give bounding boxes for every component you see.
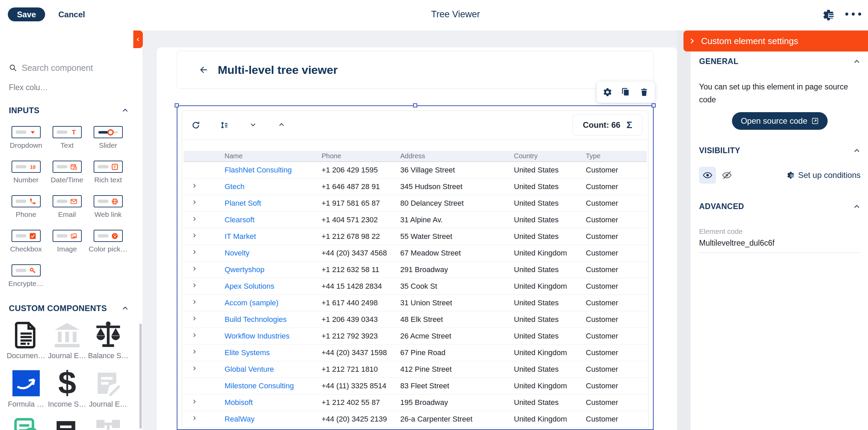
table-row[interactable]: Apex Solutions +44 15 1428 2834 35 Cook …	[184, 278, 647, 295]
record-name-link[interactable]: Global Venture	[218, 365, 315, 374]
component-tile[interactable]: Color pick…	[88, 225, 129, 260]
component-tile[interactable]: Statemen…	[5, 416, 46, 430]
element-settings-button[interactable]	[603, 87, 612, 97]
component-tile[interactable]: Balance S…	[88, 319, 129, 368]
component-tile[interactable]: Documen…	[5, 319, 46, 368]
record-name-link[interactable]: Gtech	[218, 182, 315, 191]
collapse-all-button[interactable]	[248, 121, 257, 130]
open-source-code-button[interactable]: Open source code	[732, 112, 828, 130]
component-tile[interactable]: 10 Number	[5, 156, 46, 190]
sidebar-collapse-tab[interactable]	[133, 30, 143, 48]
table-row[interactable]: Workflow Industries +1 212 792 3923 26 A…	[184, 328, 647, 345]
tree-viewer-component[interactable]: Count: 66 Σ Name Phone Address Country T…	[182, 110, 649, 430]
expand-row-icon[interactable]	[192, 315, 197, 322]
component-tile[interactable]: Journal E…	[88, 368, 129, 416]
search-input[interactable]	[22, 63, 123, 73]
hidden-toggle[interactable]	[716, 167, 733, 184]
table-row[interactable]: FlashNet Consulting +1 206 429 1595 36 V…	[184, 162, 647, 179]
column-header[interactable]: Type	[579, 152, 647, 160]
selection-handle-top-right[interactable]	[652, 103, 656, 107]
expand-row-icon[interactable]	[192, 299, 197, 305]
chevron-up-icon[interactable]	[853, 58, 861, 65]
component-tile[interactable]: Checkbox	[5, 225, 46, 260]
record-name-link[interactable]: Milestone Consulting	[218, 382, 315, 390]
record-name-link[interactable]: Novelty	[218, 249, 315, 258]
expand-row-icon[interactable]	[192, 182, 197, 189]
table-row[interactable]: Accom (sample) +1 617 440 2498 31 Union …	[184, 295, 647, 311]
expand-row-icon[interactable]	[192, 365, 197, 372]
element-code-value[interactable]: Multileveltree_dul6c6f	[699, 239, 861, 253]
save-button[interactable]: Save	[8, 7, 45, 21]
column-header[interactable]: Address	[393, 152, 507, 160]
expand-row-icon[interactable]	[192, 332, 197, 339]
more-menu-icon[interactable]	[845, 13, 861, 16]
column-header[interactable]: Country	[507, 152, 579, 160]
record-name-link[interactable]: Accom (sample)	[218, 299, 315, 307]
record-count-box[interactable]: Count: 66 Σ	[573, 115, 642, 136]
record-name-link[interactable]: Mobisoft	[218, 398, 315, 407]
chevron-up-icon[interactable]	[853, 203, 861, 210]
expand-row-icon[interactable]	[192, 398, 197, 405]
table-row[interactable]: Global Venture +1 212 721 1810 412 Pine …	[184, 361, 647, 378]
component-tile[interactable]: Image	[46, 225, 88, 260]
component-tile[interactable]: Journal E…	[46, 319, 88, 368]
expand-all-button[interactable]	[277, 121, 286, 130]
record-name-link[interactable]: Apex Solutions	[218, 282, 315, 291]
record-name-link[interactable]: Elite Systems	[218, 348, 315, 357]
chevron-up-icon[interactable]	[121, 107, 129, 114]
record-name-link[interactable]: Clearsoft	[218, 216, 315, 224]
table-row[interactable]: Novelty +44 (20) 3437 4568 67 Meadow Str…	[184, 245, 647, 262]
expand-row-icon[interactable]	[192, 249, 197, 255]
selection-handle-top-center[interactable]	[413, 103, 417, 107]
set-up-conditions-link[interactable]: Set up conditions	[787, 170, 861, 180]
component-tile[interactable]: Dropdown	[5, 121, 46, 156]
visible-toggle[interactable]	[699, 167, 716, 184]
chevron-up-icon[interactable]	[853, 147, 861, 155]
settings-panel-header[interactable]: Custom element settings	[683, 30, 868, 52]
table-row[interactable]: Qwertyshop +1 212 632 58 11 291 Broadway…	[184, 262, 647, 278]
refresh-button[interactable]	[191, 121, 200, 130]
expand-row-icon[interactable]	[192, 232, 197, 239]
record-name-link[interactable]: Qwertyshop	[218, 265, 315, 274]
table-row[interactable]: RealWay +44 (20) 3425 2139 26-a Carpente…	[184, 411, 647, 428]
record-name-link[interactable]: Workflow Industries	[218, 332, 315, 341]
selection-handle-top-left[interactable]	[175, 103, 179, 107]
table-row[interactable]: Planet Soft +1 917 581 65 87 80 Delancey…	[184, 195, 647, 212]
component-tile[interactable]: T Text	[46, 121, 88, 156]
table-row[interactable]: Clearsoft +1 404 571 2302 31 Alpine Av. …	[184, 212, 647, 228]
delete-element-button[interactable]	[639, 87, 649, 97]
table-row[interactable]: Elite Systems +44 (20) 3437 1598 67 Pine…	[184, 345, 647, 361]
component-tile[interactable]: Phone	[5, 190, 46, 225]
expand-row-icon[interactable]	[192, 415, 197, 422]
expand-row-icon[interactable]	[192, 216, 197, 222]
component-tile[interactable]: Date/Time	[46, 156, 88, 190]
component-tile[interactable]: Formula …	[5, 368, 46, 416]
component-tile[interactable]: Web link	[88, 190, 129, 225]
component-tile[interactable]: T Rich text	[88, 156, 129, 190]
system-settings-icon[interactable]	[822, 9, 835, 21]
back-arrow-icon[interactable]	[199, 65, 209, 75]
table-row[interactable]: Gtech +1 646 487 28 91 345 Hudson Street…	[184, 179, 647, 195]
column-header[interactable]: Phone	[315, 152, 393, 160]
cancel-button[interactable]: Cancel	[58, 7, 85, 21]
expand-row-icon[interactable]	[192, 265, 197, 272]
duplicate-element-button[interactable]	[621, 87, 631, 97]
expand-row-icon[interactable]	[192, 348, 197, 355]
column-header[interactable]: Name	[218, 152, 315, 160]
component-tile[interactable]: $ Income S…	[46, 368, 88, 416]
record-name-link[interactable]: Planet Soft	[218, 199, 315, 208]
expand-row-icon[interactable]	[192, 199, 197, 206]
chevron-up-icon[interactable]	[121, 305, 129, 312]
table-row[interactable]: Mobisoft +1 212 402 55 87 195 Broadway U…	[184, 394, 647, 411]
component-tile[interactable]: Encrypte…	[5, 260, 46, 294]
table-row[interactable]: Milestone Consulting +44 (11) 3325 8514 …	[184, 378, 647, 394]
component-tile[interactable]: Trial Bala…	[46, 416, 88, 430]
record-name-link[interactable]: RealWay	[218, 415, 315, 424]
expand-row-icon[interactable]	[192, 282, 197, 289]
component-tile[interactable]: Multi-Lev…	[88, 416, 129, 430]
sidebar-item-flex-column[interactable]: Flex colu…	[9, 83, 48, 92]
row-settings-button[interactable]	[220, 121, 229, 130]
sidebar-scrollbar[interactable]	[139, 324, 142, 429]
component-tile[interactable]: Slider	[88, 121, 129, 156]
table-row[interactable]: IT Market +1 212 678 98 22 55 Water Stre…	[184, 228, 647, 245]
